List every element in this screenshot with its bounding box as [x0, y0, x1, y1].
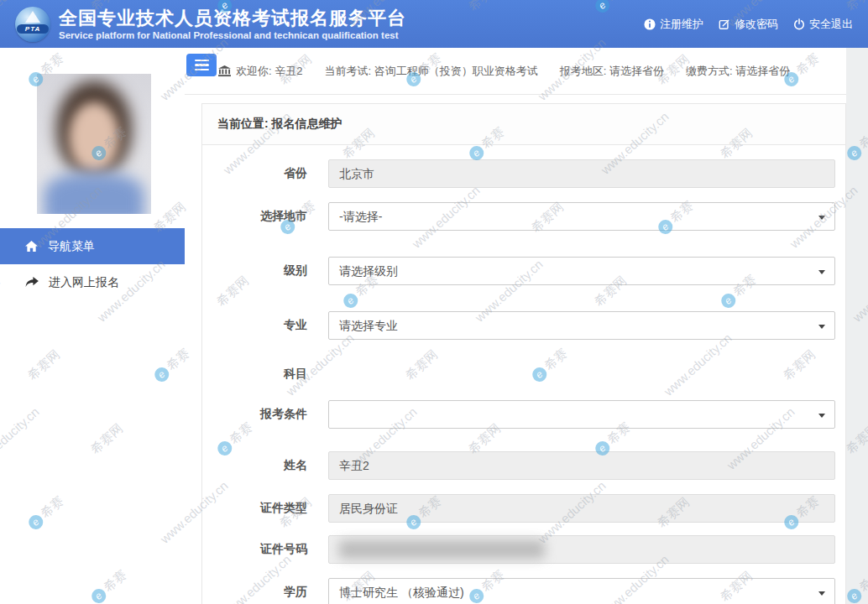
app-title: 全国专业技术人员资格考试报名服务平台 [59, 8, 644, 29]
breadcrumb-welcome: 欢迎你: 辛丑2 [218, 64, 302, 79]
field-label: 证件类型 [202, 501, 307, 516]
breadcrumb-exam-area: 报考地区: 请选择省份 [560, 64, 664, 79]
sidebar-item-nav-menu[interactable]: 导航菜单 [0, 228, 185, 264]
select-dropdown[interactable]: -请选择- [328, 202, 835, 231]
sidebar-item-enter-registration[interactable]: 进入网上报名 [0, 264, 185, 300]
field-value: 居民身份证 [339, 495, 398, 522]
power-icon [793, 18, 805, 30]
field-label: 姓名 [202, 458, 307, 473]
change-password-link[interactable]: 修改密码 [719, 17, 778, 32]
chevron-down-icon [818, 325, 825, 329]
app-subtitle: Service platform for National Profession… [59, 30, 644, 40]
form-row: 专业请选择专业 [202, 311, 835, 340]
educity-logo-icon: e [844, 143, 865, 164]
watermark-text: e希赛 [844, 567, 868, 604]
panel-title: 当前位置: 报名信息维护 [202, 104, 845, 145]
field-label: 省份 [202, 166, 307, 181]
sidebar: 导航菜单 进入网上报名 [0, 48, 185, 604]
field-value: 北京市 [339, 160, 374, 187]
sidebar-toggle-button[interactable] [186, 54, 217, 76]
form-row: 证件类型居民身份证 [202, 494, 835, 523]
field-value: 辛丑2 [339, 452, 369, 479]
home-icon [25, 241, 38, 253]
watermark-text: www.educity.cn [850, 257, 868, 325]
field-label: 学历 [202, 585, 307, 600]
breadcrumb-current-exam: 当前考试: 咨询工程师（投资）职业资格考试 [324, 64, 537, 79]
form-row: 证件号码 [202, 535, 835, 564]
field-label: 级别 [202, 263, 307, 279]
educity-logo-icon: e [844, 586, 865, 604]
chevron-down-icon [818, 270, 825, 274]
selected-value: 请选择级别 [339, 264, 398, 278]
field-label: 科目 [202, 367, 307, 382]
field-label: 报考条件 [202, 407, 307, 422]
form-row: 科目 [202, 360, 835, 388]
selected-value: 请选择专业 [339, 319, 398, 332]
breadcrumb-payment-method: 缴费方式: 请选择省份 [686, 64, 790, 79]
applicant-photo [37, 74, 151, 214]
edit-icon [719, 18, 730, 30]
empty-control [328, 360, 835, 388]
field-label: 证件号码 [202, 542, 307, 557]
form-row: 级别请选择级别 [202, 257, 835, 285]
select-dropdown[interactable] [328, 400, 835, 429]
select-dropdown[interactable]: 请选择级别 [328, 257, 835, 285]
watermark-text: e希赛 [844, 124, 868, 164]
institution-icon [218, 65, 231, 77]
registration-info-panel: 当前位置: 报名信息维护 省份北京市选择地市-请选择-级别请选择级别专业请选择专… [201, 103, 846, 604]
readonly-input [328, 535, 835, 564]
readonly-input: 辛丑2 [328, 451, 835, 480]
field-label: 选择地市 [202, 209, 307, 224]
form-row: 报考条件 [202, 400, 835, 429]
form-row: 选择地市-请选择- [202, 202, 835, 231]
chevron-down-icon [818, 414, 825, 418]
select-dropdown[interactable]: 请选择专业 [328, 311, 835, 340]
masked-value [339, 540, 545, 559]
field-label: 专业 [202, 318, 307, 333]
form-row: 学历博士研究生 （核验通过) [202, 578, 835, 604]
readonly-input: 居民身份证 [328, 494, 835, 523]
form-fields: 省份北京市选择地市-请选择-级别请选择级别专业请选择专业科目报考条件姓名辛丑2证… [202, 159, 845, 604]
readonly-input: 北京市 [328, 159, 835, 188]
safe-logout-link[interactable]: 安全退出 [793, 17, 853, 32]
enter-arrow-icon [25, 277, 39, 288]
app-header: PTA 全国专业技术人员资格考试报名服务平台 Service platform … [0, 0, 868, 48]
info-icon [644, 18, 656, 30]
watermark-text: 希赛网 [843, 420, 868, 457]
selected-value: 博士研究生 （核验通过) [339, 586, 464, 599]
breadcrumb: 欢迎你: 辛丑2 当前考试: 咨询工程师（投资）职业资格考试 报考地区: 请选择… [185, 48, 846, 95]
pta-logo-icon: PTA [15, 7, 50, 42]
chevron-down-icon [818, 216, 825, 220]
sidebar-menu: 导航菜单 进入网上报名 [0, 228, 185, 300]
registration-maintenance-link[interactable]: 注册维护 [644, 17, 703, 32]
selected-value: -请选择- [339, 210, 382, 223]
chevron-down-icon [818, 591, 825, 596]
select-dropdown[interactable]: 博士研究生 （核验通过) [328, 578, 835, 604]
form-row: 姓名辛丑2 [202, 451, 835, 480]
form-row: 省份北京市 [202, 159, 835, 188]
main-content: 欢迎你: 辛丑2 当前考试: 咨询工程师（投资）职业资格考试 报考地区: 请选择… [185, 48, 846, 604]
